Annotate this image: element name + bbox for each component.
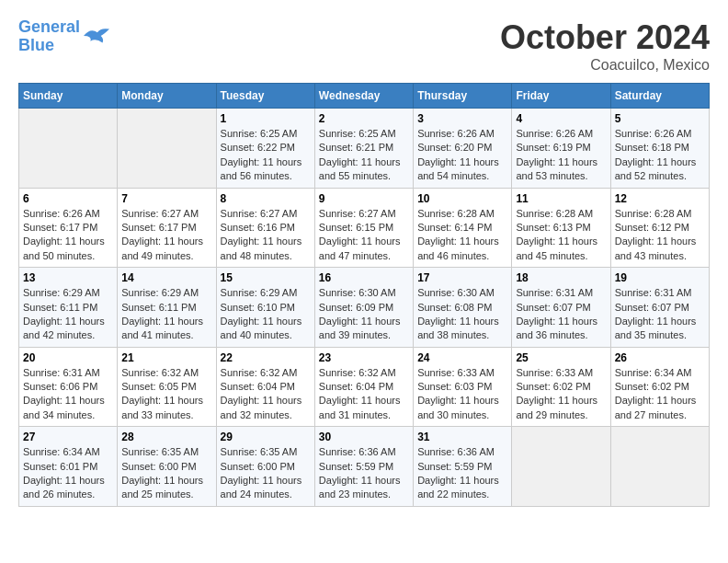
day-number: 3 [417,112,507,125]
cell-info: Sunrise: 6:30 AMSunset: 6:09 PMDaylight:… [319,286,409,343]
cell-info: Sunrise: 6:36 AMSunset: 5:59 PMDaylight:… [417,445,507,502]
day-number: 8 [221,192,311,205]
cell-info: Sunrise: 6:30 AMSunset: 6:08 PMDaylight:… [417,286,507,343]
day-number: 14 [121,271,211,284]
weekday-header-row: SundayMondayTuesdayWednesdayThursdayFrid… [19,84,710,109]
calendar-table: SundayMondayTuesdayWednesdayThursdayFrid… [18,83,710,507]
cell-info: Sunrise: 6:27 AMSunset: 6:17 PMDaylight:… [121,207,211,264]
day-number: 27 [23,431,113,443]
calendar-cell: 21Sunrise: 6:32 AMSunset: 6:05 PMDayligh… [118,347,216,427]
calendar-cell: 19Sunrise: 6:31 AMSunset: 6:07 PMDayligh… [610,268,709,348]
cell-info: Sunrise: 6:32 AMSunset: 6:04 PMDaylight:… [221,366,311,423]
day-number: 23 [319,351,409,364]
location: Coacuilco, Mexico [500,57,710,74]
title-block: October 2024 Coacuilco, Mexico [500,18,710,74]
weekday-header-thursday: Thursday [414,84,512,109]
logo-bird-icon [84,27,109,47]
calendar-cell: 9Sunrise: 6:27 AMSunset: 6:15 PMDaylight… [314,188,413,268]
logo-text: General Blue [18,18,80,55]
month-title: October 2024 [500,18,710,57]
calendar-cell [118,109,216,189]
day-number: 12 [615,192,705,205]
day-number: 20 [23,351,113,364]
calendar-cell: 26Sunrise: 6:34 AMSunset: 6:02 PMDayligh… [610,347,709,427]
calendar-row-4: 27Sunrise: 6:34 AMSunset: 6:01 PMDayligh… [19,427,710,507]
cell-info: Sunrise: 6:32 AMSunset: 6:05 PMDaylight:… [121,366,211,423]
calendar-cell: 2Sunrise: 6:25 AMSunset: 6:21 PMDaylight… [314,109,413,189]
calendar-cell: 13Sunrise: 6:29 AMSunset: 6:11 PMDayligh… [19,268,118,348]
cell-info: Sunrise: 6:28 AMSunset: 6:14 PMDaylight:… [417,207,507,264]
cell-info: Sunrise: 6:25 AMSunset: 6:21 PMDaylight:… [319,127,409,184]
day-number: 1 [221,112,311,125]
cell-info: Sunrise: 6:29 AMSunset: 6:11 PMDaylight:… [121,286,211,343]
day-number: 5 [615,112,705,125]
day-number: 6 [23,192,113,205]
day-number: 4 [516,112,606,125]
calendar-cell: 30Sunrise: 6:36 AMSunset: 5:59 PMDayligh… [314,427,413,507]
day-number: 18 [516,271,606,284]
day-number: 2 [319,112,409,125]
day-number: 28 [121,431,211,443]
weekday-header-friday: Friday [512,84,610,109]
day-number: 13 [23,271,113,284]
calendar-cell: 15Sunrise: 6:29 AMSunset: 6:10 PMDayligh… [216,268,314,348]
calendar-cell: 10Sunrise: 6:28 AMSunset: 6:14 PMDayligh… [414,188,512,268]
cell-info: Sunrise: 6:35 AMSunset: 6:00 PMDaylight:… [221,445,311,502]
cell-info: Sunrise: 6:25 AMSunset: 6:22 PMDaylight:… [221,127,311,184]
day-number: 19 [615,271,705,284]
weekday-header-monday: Monday [118,84,216,109]
calendar-cell: 4Sunrise: 6:26 AMSunset: 6:19 PMDaylight… [512,109,610,189]
calendar-cell: 23Sunrise: 6:32 AMSunset: 6:04 PMDayligh… [314,347,413,427]
calendar-cell [610,427,709,507]
calendar-cell [19,109,118,189]
calendar-cell: 22Sunrise: 6:32 AMSunset: 6:04 PMDayligh… [216,347,314,427]
day-number: 11 [516,192,606,205]
calendar-cell: 5Sunrise: 6:26 AMSunset: 6:18 PMDaylight… [610,109,709,189]
cell-info: Sunrise: 6:31 AMSunset: 6:07 PMDaylight:… [516,286,606,343]
weekday-header-sunday: Sunday [19,84,118,109]
cell-info: Sunrise: 6:33 AMSunset: 6:02 PMDaylight:… [516,366,606,423]
calendar-row-0: 1Sunrise: 6:25 AMSunset: 6:22 PMDaylight… [19,109,710,189]
cell-info: Sunrise: 6:26 AMSunset: 6:17 PMDaylight:… [23,207,113,264]
day-number: 15 [221,271,311,284]
day-number: 26 [615,351,705,364]
day-number: 21 [121,351,211,364]
cell-info: Sunrise: 6:34 AMSunset: 6:01 PMDaylight:… [23,445,113,502]
cell-info: Sunrise: 6:26 AMSunset: 6:19 PMDaylight:… [516,127,606,184]
day-number: 7 [121,192,211,205]
weekday-header-wednesday: Wednesday [314,84,413,109]
calendar-cell: 8Sunrise: 6:27 AMSunset: 6:16 PMDaylight… [216,188,314,268]
calendar-cell: 14Sunrise: 6:29 AMSunset: 6:11 PMDayligh… [118,268,216,348]
calendar-cell: 3Sunrise: 6:26 AMSunset: 6:20 PMDaylight… [414,109,512,189]
cell-info: Sunrise: 6:31 AMSunset: 6:06 PMDaylight:… [23,366,113,423]
day-number: 29 [221,431,311,443]
cell-info: Sunrise: 6:27 AMSunset: 6:15 PMDaylight:… [319,207,409,264]
page-header: General Blue October 2024 Coacuilco, Mex… [18,18,710,74]
calendar-cell: 27Sunrise: 6:34 AMSunset: 6:01 PMDayligh… [19,427,118,507]
cell-info: Sunrise: 6:34 AMSunset: 6:02 PMDaylight:… [615,366,705,423]
day-number: 17 [417,271,507,284]
cell-info: Sunrise: 6:28 AMSunset: 6:12 PMDaylight:… [615,207,705,264]
calendar-cell: 25Sunrise: 6:33 AMSunset: 6:02 PMDayligh… [512,347,610,427]
day-number: 30 [319,431,409,443]
cell-info: Sunrise: 6:26 AMSunset: 6:18 PMDaylight:… [615,127,705,184]
day-number: 22 [221,351,311,364]
calendar-cell: 28Sunrise: 6:35 AMSunset: 6:00 PMDayligh… [118,427,216,507]
logo-blue: Blue [18,36,54,54]
cell-info: Sunrise: 6:33 AMSunset: 6:03 PMDaylight:… [417,366,507,423]
cell-info: Sunrise: 6:29 AMSunset: 6:10 PMDaylight:… [221,286,311,343]
calendar-cell: 24Sunrise: 6:33 AMSunset: 6:03 PMDayligh… [414,347,512,427]
calendar-row-2: 13Sunrise: 6:29 AMSunset: 6:11 PMDayligh… [19,268,710,348]
cell-info: Sunrise: 6:26 AMSunset: 6:20 PMDaylight:… [417,127,507,184]
day-number: 16 [319,271,409,284]
calendar-cell: 7Sunrise: 6:27 AMSunset: 6:17 PMDaylight… [118,188,216,268]
calendar-cell: 18Sunrise: 6:31 AMSunset: 6:07 PMDayligh… [512,268,610,348]
day-number: 9 [319,192,409,205]
weekday-header-saturday: Saturday [610,84,709,109]
calendar-cell: 31Sunrise: 6:36 AMSunset: 5:59 PMDayligh… [414,427,512,507]
weekday-header-tuesday: Tuesday [216,84,314,109]
calendar-cell: 6Sunrise: 6:26 AMSunset: 6:17 PMDaylight… [19,188,118,268]
day-number: 10 [417,192,507,205]
logo-general: General [18,17,80,36]
calendar-cell [512,427,610,507]
